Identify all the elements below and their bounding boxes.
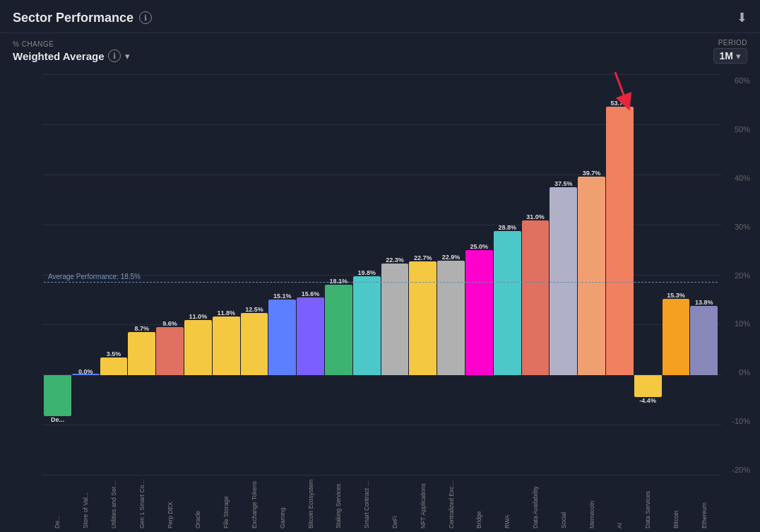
download-button[interactable]: ⬇ xyxy=(737,10,747,25)
bar-group[interactable]: 15.3% xyxy=(663,75,690,475)
bar xyxy=(494,231,521,375)
bar-group[interactable]: 11.0% xyxy=(184,75,212,475)
bar xyxy=(128,332,155,376)
x-axis-label: Centralized Exchange xyxy=(437,478,465,531)
page-title: Sector Performance xyxy=(13,11,133,25)
bar xyxy=(690,306,718,375)
bar xyxy=(213,317,240,376)
period-label: PERIOD xyxy=(718,39,747,47)
x-axis-label: Data Services xyxy=(634,478,662,531)
bar-value-label: 18.1% xyxy=(330,278,348,285)
bar-group[interactable]: 25.0% xyxy=(465,75,493,475)
main-container: Sector Performance ℹ ⬇ % CHANGE Weighted… xyxy=(0,0,760,532)
bar-group[interactable]: 15.6% xyxy=(297,75,324,475)
x-axis-label: Gaming xyxy=(268,478,296,531)
x-axis-label: Staking Services xyxy=(325,478,352,531)
bar-value-label: 15.1% xyxy=(273,292,292,300)
bar-value-label: 19.8% xyxy=(357,269,376,276)
bar xyxy=(381,264,409,375)
x-axis-label: AI xyxy=(606,478,634,531)
bar-value-label: 39.7% xyxy=(583,170,601,177)
x-axis-label: Store of Val... xyxy=(72,478,100,531)
bar-value-label: 11.8% xyxy=(217,309,235,317)
weighted-avg-text: Weighted Average xyxy=(13,50,104,62)
change-label: % CHANGE xyxy=(13,40,130,48)
bar xyxy=(437,261,465,375)
bar-value-label: 22.9% xyxy=(442,254,461,261)
period-value: 1M xyxy=(720,50,733,61)
x-axis-label: File Storage xyxy=(213,478,240,531)
bar xyxy=(156,327,184,375)
bar xyxy=(465,250,493,375)
controls-bar: % CHANGE Weighted Average ℹ ▾ PERIOD 1M … xyxy=(0,33,760,68)
bar-value-label: 53.7% xyxy=(611,100,629,107)
x-axis-label: Ethereum xyxy=(690,478,718,531)
bar-group[interactable]: 39.7% xyxy=(578,75,605,475)
x-axis-label: Social xyxy=(550,478,577,531)
controls-right: PERIOD 1M ▾ xyxy=(713,39,747,64)
bar xyxy=(100,357,128,375)
bar-value-label: 25.0% xyxy=(470,243,489,250)
bar-value-label-neg: -4.4% xyxy=(639,397,656,404)
weighted-avg-dropdown-icon[interactable]: ▾ xyxy=(125,51,130,61)
bar xyxy=(663,299,690,375)
bar-group[interactable]: 53.7% xyxy=(606,75,634,475)
bar-group[interactable]: -4.4% xyxy=(634,75,662,475)
bar-value-label: 3.5% xyxy=(107,350,121,357)
chart-wrapper: 60%50%40%30%20%10%0%-10%-20%De...0.0%3.5… xyxy=(42,75,753,475)
x-axis-label: RWA xyxy=(494,478,521,531)
bar xyxy=(606,107,634,376)
bar xyxy=(325,285,352,375)
bar-group[interactable]: 11.8% xyxy=(213,75,240,475)
bar-value-label: 28.8% xyxy=(498,224,516,231)
bar-group[interactable]: 15.1% xyxy=(268,75,296,475)
x-axis-label: Smart Contract Platform xyxy=(353,478,381,531)
x-axis-label: Bitcoin xyxy=(663,478,690,531)
bar-group[interactable]: 13.8% xyxy=(690,75,718,475)
bar-group[interactable]: 37.5% xyxy=(550,75,577,475)
bar xyxy=(184,320,212,375)
average-label: Average Performance: 18.5% xyxy=(48,273,141,280)
bar-group[interactable]: 22.3% xyxy=(381,75,409,475)
bar xyxy=(241,313,268,376)
weighted-avg-info-icon[interactable]: ℹ xyxy=(108,49,121,62)
x-axis-label: Bitcoin Ecosystem xyxy=(297,478,324,531)
chart-area: 60%50%40%30%20%10%0%-10%-20%De...0.0%3.5… xyxy=(7,68,760,532)
x-axis-label: DeFi xyxy=(381,478,409,531)
bar-value-label-neg: De... xyxy=(51,416,64,423)
bar-group[interactable]: 12.5% xyxy=(241,75,268,475)
bar-value-label: 8.7% xyxy=(135,325,150,332)
bar-group[interactable]: 19.8% xyxy=(353,75,381,475)
x-axis-label: Perp DEX xyxy=(156,478,184,531)
bar-group[interactable]: 18.1% xyxy=(325,75,352,475)
bar xyxy=(522,220,550,376)
bar-group[interactable]: 31.0% xyxy=(522,75,550,475)
bar-value-label: 37.5% xyxy=(554,180,573,187)
x-axis-label: Bridge xyxy=(465,478,493,531)
bar-group[interactable]: 9.6% xyxy=(156,75,184,475)
bar xyxy=(297,297,324,376)
controls-left: % CHANGE Weighted Average ℹ ▾ xyxy=(13,40,130,62)
x-axis-label: De... xyxy=(44,478,71,531)
bar-group[interactable]: 22.9% xyxy=(437,75,465,475)
x-axis-label: NFT Applications xyxy=(409,478,437,531)
header: Sector Performance ℹ ⬇ xyxy=(0,0,760,33)
bar-group[interactable]: 22.7% xyxy=(409,75,437,475)
bar xyxy=(409,261,437,375)
weighted-avg-selector[interactable]: Weighted Average ℹ ▾ xyxy=(13,49,130,62)
bar-negative xyxy=(634,375,662,397)
x-axis-label: Exchange Tokens xyxy=(241,478,268,531)
bar-value-label: 15.3% xyxy=(667,292,685,299)
bar-value-label: 13.8% xyxy=(695,299,713,306)
x-axis-label: Utilities and Services xyxy=(100,478,128,531)
bar xyxy=(268,300,296,375)
bar-value-label: 31.0% xyxy=(526,213,545,220)
header-left: Sector Performance ℹ xyxy=(13,11,152,25)
bar-group[interactable]: 28.8% xyxy=(494,75,521,475)
bar-negative xyxy=(44,375,71,416)
x-axis-label: Memecoin xyxy=(578,478,605,531)
header-info-icon[interactable]: ℹ xyxy=(139,11,152,24)
period-dropdown-icon[interactable]: ▾ xyxy=(736,51,741,61)
bar-value-label: 12.5% xyxy=(245,306,263,313)
period-selector[interactable]: 1M ▾ xyxy=(713,48,747,64)
